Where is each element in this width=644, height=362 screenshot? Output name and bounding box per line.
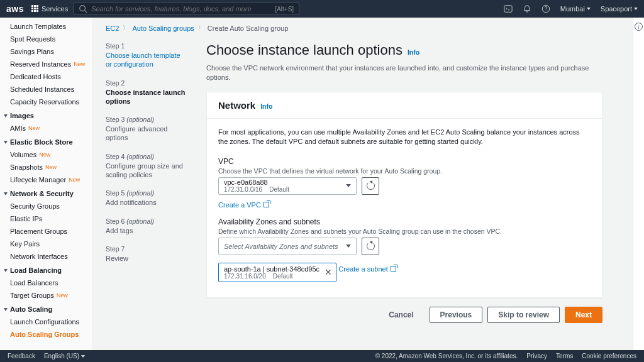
create-vpc-link[interactable]: Create a VPC <box>218 201 269 209</box>
refresh-az-button[interactable] <box>362 238 379 255</box>
sidebar-item[interactable]: Dedicated Hosts <box>0 70 92 83</box>
wizard-steps: Step 1Choose launch template or configur… <box>106 42 187 350</box>
sidebar-item[interactable]: Capacity Reservations <box>0 96 92 108</box>
service-sidebar: Launch TemplatesSpot RequestsSavings Pla… <box>0 18 93 350</box>
cancel-button[interactable]: Cancel <box>378 307 424 323</box>
wizard-step: Step 6 (optional)Add tags <box>106 217 187 235</box>
sidebar-item[interactable]: Launch Configurations <box>0 315 92 328</box>
chevron-down-icon <box>81 355 85 358</box>
sidebar-item[interactable]: Load Balancers <box>0 277 92 289</box>
sidebar-item[interactable]: Network Interfaces <box>0 250 92 263</box>
az-sublabel: Define which Availability Zones and subn… <box>218 228 591 235</box>
footer: Feedback English (US) © 2022, Amazon Web… <box>0 350 644 362</box>
help-icon[interactable] <box>541 4 550 13</box>
chevron-down-icon <box>346 184 351 187</box>
sidebar-section-head[interactable]: Load Balancing <box>0 263 92 277</box>
wizard-step: Step 2Choose instance launch options <box>106 79 187 106</box>
sidebar-item[interactable]: Volumes New <box>0 148 92 161</box>
sidebar-section-head[interactable]: Auto Scaling <box>0 302 92 315</box>
sidebar-item[interactable]: Target Groups New <box>0 289 92 302</box>
footer-copyright: © 2022, Amazon Web Services, Inc. or its… <box>375 353 518 359</box>
chevron-down-icon <box>587 8 591 10</box>
page-title: Choose instance launch options <box>206 42 402 58</box>
cloudshell-icon[interactable] <box>504 4 513 13</box>
breadcrumb: EC2 〉 Auto Scaling groups 〉 Create Auto … <box>93 18 644 35</box>
sidebar-item[interactable]: AMIs New <box>0 122 92 134</box>
sidebar-item[interactable]: Snapshots New <box>0 161 92 173</box>
wizard-actions: Cancel Previous Skip to review Next <box>206 298 602 336</box>
search-shortcut: [Alt+S] <box>275 6 294 13</box>
cookie-link[interactable]: Cookie preferences <box>582 353 636 359</box>
terms-link[interactable]: Terms <box>556 353 573 359</box>
sidebar-item[interactable]: Reserved Instances New <box>0 58 92 70</box>
sidebar-item[interactable]: Elastic IPs <box>0 212 92 225</box>
sidebar-item[interactable]: Key Pairs <box>0 238 92 250</box>
sidebar-section-head[interactable]: Elastic Block Store <box>0 134 92 148</box>
feedback-link[interactable]: Feedback <box>8 353 35 359</box>
account-menu[interactable]: Spaceport <box>601 5 638 13</box>
sidebar-item[interactable]: Lifecycle Manager New <box>0 173 92 186</box>
sidebar-item[interactable]: Scheduled Instances <box>0 83 92 96</box>
svg-point-0 <box>80 6 86 11</box>
previous-button[interactable]: Previous <box>430 307 483 323</box>
sidebar-item[interactable]: Launch Templates <box>0 20 92 33</box>
chevron-right-icon: 〉 <box>198 24 204 32</box>
refresh-vpc-button[interactable] <box>362 177 379 195</box>
breadcrumb-current: Create Auto Scaling group <box>208 25 288 32</box>
wizard-step: Step 5 (optional)Add notifications <box>106 189 187 207</box>
top-nav: aws Services [Alt+S] Mumbai Spaceport <box>0 0 644 18</box>
search-icon <box>79 4 87 13</box>
info-link[interactable]: Info <box>260 102 272 110</box>
refresh-icon <box>367 242 375 250</box>
search-input[interactable] <box>91 5 271 13</box>
region-selector[interactable]: Mumbai <box>560 5 591 13</box>
network-intro: For most applications, you can use multi… <box>218 128 591 147</box>
privacy-link[interactable]: Privacy <box>526 353 547 359</box>
vpc-sublabel: Choose the VPC that defines the virtual … <box>218 167 591 175</box>
sidebar-item[interactable]: Auto Scaling Groups <box>0 328 92 341</box>
breadcrumb-ec2[interactable]: EC2 <box>106 25 119 32</box>
sidebar-item[interactable]: Savings Plans <box>0 45 92 58</box>
global-search[interactable]: [Alt+S] <box>73 3 299 15</box>
bell-icon[interactable] <box>523 4 531 13</box>
chevron-down-icon <box>634 8 638 10</box>
vpc-label: VPC <box>218 157 591 166</box>
page-description: Choose the VPC network environment that … <box>206 63 602 83</box>
chevron-down-icon <box>346 244 351 248</box>
wizard-step: Step 4 (optional)Configure group size an… <box>106 153 187 180</box>
subnet-value: ap-south-1a | subnet-348cd95c <box>224 265 319 273</box>
panel-heading: Network <box>218 100 255 111</box>
breadcrumb-asg[interactable]: Auto Scaling groups <box>132 25 194 32</box>
aws-logo[interactable]: aws <box>6 4 24 14</box>
services-menu[interactable]: Services <box>31 5 68 13</box>
external-link-icon <box>264 202 269 207</box>
skip-button[interactable]: Skip to review <box>487 307 560 323</box>
sidebar-section-head[interactable]: Network & Security <box>0 186 92 200</box>
az-select[interactable]: Select Availability Zones and subnets <box>218 238 357 255</box>
sidebar-item[interactable]: Placement Groups <box>0 225 92 238</box>
wizard-step[interactable]: Step 1Choose launch template or configur… <box>106 42 187 69</box>
wizard-step: Step 7Review <box>106 245 187 263</box>
sidebar-item[interactable]: Security Groups <box>0 200 92 212</box>
svg-rect-2 <box>504 6 512 13</box>
wizard-step: Step 3 (optional)Configure advanced opti… <box>106 116 187 143</box>
chevron-right-icon: 〉 <box>123 24 128 32</box>
main-content: EC2 〉 Auto Scaling groups 〉 Create Auto … <box>93 18 644 350</box>
info-rail: i <box>633 18 644 350</box>
create-subnet-link[interactable]: Create a subnet <box>338 265 396 273</box>
sidebar-item[interactable]: Spot Requests <box>0 33 92 45</box>
external-link-icon <box>391 266 396 272</box>
remove-subnet-button[interactable]: ✕ <box>325 268 332 277</box>
info-link[interactable]: Info <box>408 48 419 56</box>
info-icon[interactable]: i <box>635 23 643 31</box>
next-button[interactable]: Next <box>565 307 602 323</box>
subnet-tag: ap-south-1a | subnet-348cd95c 172.31.16.… <box>218 263 336 282</box>
svg-line-1 <box>85 11 87 13</box>
sidebar-section-head[interactable]: Images <box>0 108 92 122</box>
language-selector[interactable]: English (US) <box>44 353 85 359</box>
network-panel: Network Info For most applications, you … <box>206 92 602 298</box>
grid-icon <box>31 5 39 13</box>
az-label: Availability Zones and subnets <box>218 217 591 226</box>
vpc-select[interactable]: vpc-e0a68a88 172.31.0.0/16 Default <box>218 177 357 195</box>
refresh-icon <box>367 182 375 190</box>
